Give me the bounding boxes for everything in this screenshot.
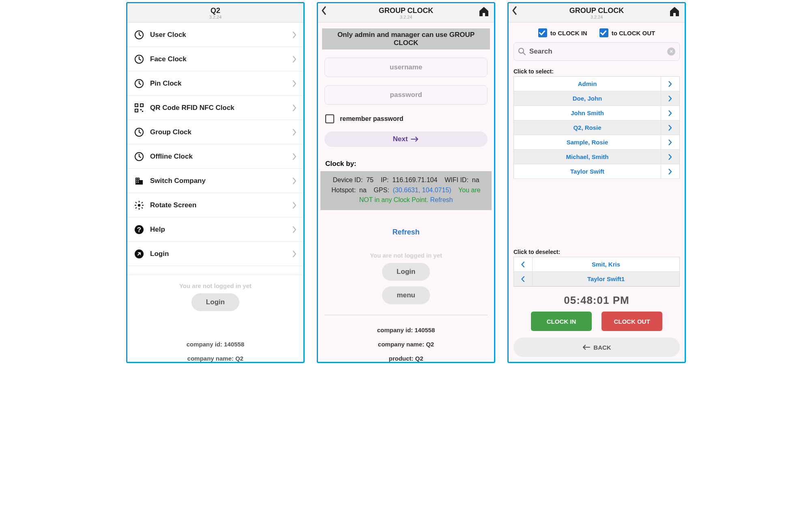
header: GROUP CLOCK 3.2.24	[318, 3, 494, 23]
person-name: Taylor Swift	[514, 168, 661, 175]
person-name: Q2, Rosie	[514, 124, 661, 131]
svg-text:?: ?	[137, 226, 141, 234]
menu-item-label: Group Clock	[150, 128, 292, 136]
select-row[interactable]: Doe, John	[514, 91, 679, 106]
back-bar-button[interactable]: BACK	[513, 338, 680, 357]
chevron-right-icon[interactable]	[661, 77, 679, 91]
chevron-right-icon[interactable]	[661, 106, 679, 120]
refresh-inline-link[interactable]: Refresh	[430, 196, 453, 203]
svg-rect-25	[141, 202, 143, 203]
login-button[interactable]: Login	[382, 263, 430, 281]
chevron-left-icon[interactable]	[514, 272, 533, 286]
svg-rect-16	[136, 182, 137, 183]
header: Q2 3.2.24	[127, 3, 303, 23]
panel-group-select: GROUP CLOCK 3.2.24 to CLOCK IN to CLOCK …	[507, 2, 686, 363]
menu-item-label: Offline Clock	[150, 153, 292, 161]
next-button[interactable]: Next	[324, 131, 488, 147]
toggle-clock-in[interactable]: to CLOCK IN	[538, 28, 587, 37]
company-id-text: company id: 140558	[127, 341, 303, 348]
chevron-right-icon[interactable]	[661, 120, 679, 135]
header-title: GROUP CLOCK	[379, 6, 434, 15]
menu-item-pin-clock[interactable]: Pin Clock	[127, 71, 303, 96]
check-icon	[538, 28, 547, 37]
menu-item-help[interactable]: ?Help	[127, 217, 303, 242]
search-placeholder: Search	[529, 47, 664, 56]
select-section-label: Click to select:	[513, 68, 680, 75]
svg-rect-11	[140, 180, 143, 185]
menu-item-login[interactable]: Login	[127, 242, 303, 266]
svg-rect-17	[138, 182, 139, 183]
back-button[interactable]	[512, 6, 518, 15]
chevron-right-icon[interactable]	[661, 164, 679, 178]
check-icon	[599, 28, 608, 37]
chevron-right-icon[interactable]	[661, 150, 679, 164]
menu-item-rotate-screen[interactable]: Rotate Screen	[127, 193, 303, 217]
password-input[interactable]: password	[324, 85, 488, 105]
clock-icon	[134, 30, 144, 40]
chevron-right-icon[interactable]	[661, 135, 679, 149]
menu-item-group-clock[interactable]: Group Clock	[127, 120, 303, 144]
product-text: product: Q2	[318, 355, 494, 362]
svg-rect-19	[139, 201, 140, 202]
gps-link[interactable]: (30.6631, 104.0715)	[393, 187, 451, 193]
svg-rect-7	[142, 111, 143, 112]
device-info-box: Device ID: 75 IP: 116.169.71.104 WIFI ID…	[320, 171, 492, 210]
clock-icon	[134, 78, 144, 89]
header: GROUP CLOCK 3.2.24	[509, 3, 685, 23]
select-row[interactable]: John Smith	[514, 106, 679, 120]
menu-item-user-clock[interactable]: User Clock	[127, 23, 303, 47]
toggle-clock-out[interactable]: to CLOCK OUT	[599, 28, 655, 37]
header-subtitle: 3.2.24	[591, 15, 603, 19]
person-name: Michael, Smith	[514, 153, 661, 160]
chevron-right-icon[interactable]	[661, 91, 679, 105]
deselect-row[interactable]: Taylor Swift1	[514, 272, 679, 286]
chevron-right-icon	[292, 31, 297, 39]
search-input[interactable]: Search ✕	[513, 42, 680, 61]
menu-item-qr-code-rfid-nfc-clock[interactable]: QR Code RFID NFC Clock	[127, 96, 303, 120]
header-title: Q2	[211, 6, 220, 15]
back-button[interactable]	[321, 6, 327, 15]
chevron-right-icon	[292, 56, 297, 63]
chevron-right-icon	[292, 226, 297, 233]
person-name: Taylor Swift1	[533, 275, 679, 282]
back-label: BACK	[593, 344, 611, 351]
menu-item-label: Help	[150, 226, 292, 234]
select-row[interactable]: Admin	[514, 77, 679, 91]
header-subtitle: 3.2.24	[400, 15, 412, 19]
login-button[interactable]: Login	[191, 293, 239, 311]
chevron-right-icon	[292, 104, 297, 112]
clock-by-label: Clock by:	[325, 160, 487, 168]
svg-rect-15	[138, 180, 139, 181]
arrow-right-icon	[411, 136, 419, 142]
select-row[interactable]: Taylor Swift	[514, 164, 679, 179]
clear-icon[interactable]: ✕	[667, 47, 675, 56]
menu-item-face-clock[interactable]: Face Clock	[127, 47, 303, 71]
clock-icon	[134, 151, 144, 162]
svg-rect-6	[140, 109, 142, 110]
select-row[interactable]: Michael, Smith	[514, 150, 679, 164]
select-row[interactable]: Q2, Rosie	[514, 120, 679, 135]
deselect-row[interactable]: Smit, Kris	[514, 257, 679, 272]
menu-item-label: User Clock	[150, 31, 292, 39]
svg-rect-22	[142, 205, 144, 206]
person-name: John Smith	[514, 110, 661, 116]
menu-item-offline-clock[interactable]: Offline Clock	[127, 144, 303, 169]
svg-rect-21	[135, 205, 136, 206]
username-input[interactable]: username	[324, 58, 488, 77]
remember-password-checkbox[interactable]: remember password	[325, 114, 487, 123]
refresh-link[interactable]: Refresh	[318, 228, 494, 236]
menu-button[interactable]: menu	[382, 286, 430, 304]
menu-item-label: Login	[150, 250, 292, 258]
chevron-left-icon[interactable]	[514, 257, 533, 271]
clock-out-button[interactable]: CLOCK OUT	[601, 312, 662, 331]
clock-in-button[interactable]: CLOCK IN	[531, 312, 592, 331]
svg-point-18	[138, 204, 140, 206]
svg-rect-12	[136, 178, 137, 179]
svg-rect-4	[140, 104, 143, 107]
select-row[interactable]: Sample, Rosie	[514, 135, 679, 150]
person-name: Doe, John	[514, 95, 661, 102]
home-button[interactable]	[668, 6, 681, 17]
menu-item-switch-company[interactable]: Switch Company	[127, 169, 303, 193]
person-name: Sample, Rosie	[514, 139, 661, 146]
home-button[interactable]	[478, 6, 490, 17]
